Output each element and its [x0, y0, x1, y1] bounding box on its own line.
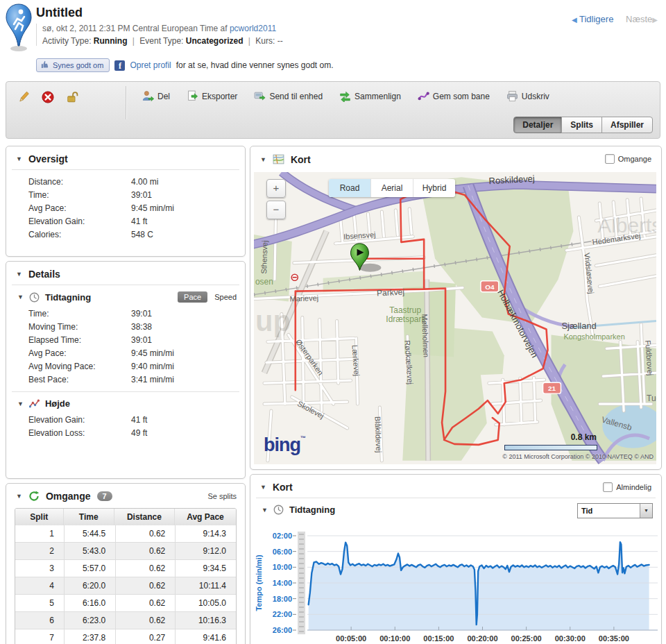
table-row: 35:57.00.629:34.5	[15, 559, 236, 577]
facebook-create-profile-link[interactable]: Opret profil	[130, 60, 171, 70]
compare-arrows-icon	[339, 90, 351, 102]
facebook-icon: f	[114, 60, 125, 71]
stat-row: Elapsed Time:39:01	[6, 333, 245, 346]
activity-type-pin-icon	[4, 3, 33, 53]
activity-page: Untitled sø, okt 2, 2011 2:31 PM Central…	[0, 0, 666, 644]
map-scale-bar	[504, 445, 597, 450]
collapse-icon[interactable]: ▼	[17, 400, 24, 407]
activity-meta: sø, okt 2, 2011 2:31 PM Central European…	[36, 24, 283, 46]
area-label: Sjælland	[561, 321, 596, 331]
svg-text:00:15:00: 00:15:00	[423, 634, 454, 643]
road-label: Blåkildevej	[373, 416, 383, 453]
timing-section-header: ▼ Tidtagning Pace Speed	[6, 285, 245, 307]
edit-icon[interactable]	[17, 91, 30, 103]
next-activity-link[interactable]: Næste▶	[626, 14, 658, 24]
pace-chart-svg: Tempo (min/mi)02:0006:0010:0014:0018:002…	[252, 527, 660, 644]
elevation-title: Højde	[45, 398, 70, 409]
svg-text:00:20:00: 00:20:00	[467, 634, 497, 643]
previous-activity-link[interactable]: ◀ Tidligere	[572, 14, 613, 24]
stat-row: Time:39:01	[6, 307, 245, 320]
svg-text:Tempo (min/mi): Tempo (min/mi)	[255, 554, 263, 611]
privacy-lock-icon[interactable]	[66, 91, 78, 103]
toolbar-icon-group	[17, 91, 78, 103]
collapse-icon[interactable]: ▼	[17, 294, 24, 300]
area-label: Kongsholmparken	[563, 332, 624, 341]
map-zoom-controls: + −	[266, 179, 284, 219]
toolbar-buttons: Del Eksporter Send til enhed Sammenlign …	[142, 90, 549, 102]
activity-type-line: Activity Type: Running | Event Type: Unc…	[42, 36, 283, 46]
delete-icon[interactable]	[42, 91, 54, 103]
almindelig-checkbox[interactable]	[603, 482, 613, 492]
stat-row: Distance:4.00 mi	[6, 175, 245, 188]
timing-title: Tidtagning	[45, 292, 91, 303]
course-label: Kurs:	[255, 36, 275, 46]
table-row: 56:16.00.6210:05.0	[15, 594, 236, 611]
collapse-icon[interactable]: ▼	[260, 484, 266, 491]
table-row: 15:44.50.629:14.3	[15, 525, 236, 542]
table-row: 25:43.00.629:12.0	[15, 542, 236, 559]
speed-toggle-button[interactable]: Speed	[214, 293, 237, 301]
laps-overlay-checkbox-row: Omgange	[605, 154, 651, 164]
chart-panel-title: Kort	[273, 482, 293, 493]
collapse-icon[interactable]: ▼	[16, 155, 22, 162]
zoom-out-button[interactable]: −	[266, 201, 286, 219]
collapse-icon[interactable]: ▼	[16, 271, 22, 278]
facebook-row: Synes godt om f Opret profil for at se, …	[36, 58, 334, 72]
arrow-left-icon: ◀	[572, 16, 577, 24]
compare-button[interactable]: Sammenlign	[339, 90, 401, 102]
pace-toggle-button[interactable]: Pace	[178, 291, 207, 303]
x-axis-dropdown[interactable]: Tid ▼	[577, 503, 653, 518]
laps-header: ▼ Omgange 7 Se splits	[6, 484, 245, 507]
export-file-icon	[187, 90, 198, 102]
route-badge: O4	[485, 283, 495, 291]
tab-splits[interactable]: Splits	[561, 117, 602, 133]
toolbar: Del Eksporter Send til enhed Sammenlign …	[6, 81, 660, 139]
elevation-section-header: ▼ Højde	[6, 392, 245, 413]
svg-text:00:30:00: 00:30:00	[555, 634, 586, 643]
export-button[interactable]: Eksporter	[187, 90, 237, 102]
svg-text:00:05:00: 00:05:00	[336, 634, 366, 643]
city-watermark: up	[255, 305, 291, 337]
save-as-course-button[interactable]: Gem som bane	[418, 90, 490, 102]
laps-overlay-checkbox[interactable]	[605, 154, 615, 164]
collapse-icon[interactable]: ▼	[262, 507, 268, 514]
activity-type-label: Activity Type:	[42, 36, 91, 46]
map-style-road[interactable]: Road	[329, 179, 370, 197]
stat-row: Calories:548 C	[6, 228, 245, 241]
chart-panel: ▼ Kort Almindelig ▼ Tidtagning Tid ▼ Tem…	[250, 474, 662, 644]
stat-row: Elevation Loss:49 ft	[6, 426, 245, 439]
laps-panel: ▼ Omgange 7 Se splits Split Time Distanc…	[6, 483, 246, 644]
print-button[interactable]: Udskriv	[506, 90, 549, 102]
svg-text:18:00: 18:00	[273, 595, 292, 603]
see-splits-link[interactable]: Se splits	[207, 492, 237, 500]
clock-icon	[273, 505, 284, 515]
facebook-text: for at se, hvad dine venner synes godt o…	[176, 60, 334, 70]
pace-chart[interactable]: Tempo (min/mi)02:0006:0010:0014:0018:002…	[252, 527, 660, 644]
map-icon	[273, 153, 284, 165]
map-style-hybrid[interactable]: Hybrid	[413, 179, 455, 197]
facebook-like-button[interactable]: Synes godt om	[36, 58, 110, 72]
laps-count-badge: 7	[97, 491, 112, 501]
map-style-aerial[interactable]: Aerial	[370, 179, 413, 197]
map-style-switcher: Road Aerial Hybrid	[329, 179, 455, 197]
activity-nav: ◀ Tidligere Næste▶	[572, 14, 658, 24]
tab-detaljer[interactable]: Detaljer	[513, 117, 562, 133]
share-button[interactable]: Del	[142, 90, 170, 102]
svg-text:00:10:00: 00:10:00	[379, 634, 410, 643]
user-link[interactable]: pcworld2011	[230, 24, 276, 33]
svg-text:14:00: 14:00	[273, 579, 292, 587]
tab-afspiller[interactable]: Afspiller	[601, 117, 653, 133]
clock-icon	[29, 292, 40, 303]
course-value: --	[278, 36, 283, 46]
table-row: 72:37.80.279:41.6	[15, 629, 236, 644]
collapse-icon[interactable]: ▼	[260, 156, 266, 163]
chart-timing-header: ▼ Tidtagning Tid ▼	[250, 498, 661, 519]
zoom-in-button[interactable]: +	[266, 179, 286, 198]
collapse-icon[interactable]: ▼	[16, 493, 22, 500]
details-header: ▼ Details	[6, 262, 245, 285]
arrow-right-icon: ▶	[652, 16, 658, 24]
send-to-device-button[interactable]: Send til enhed	[254, 90, 323, 102]
bing-logo: bing™	[264, 436, 305, 455]
map-canvas[interactable]: up Albertslund Roskildevej Holbækmotorve…	[254, 172, 656, 464]
printer-icon	[506, 90, 518, 102]
